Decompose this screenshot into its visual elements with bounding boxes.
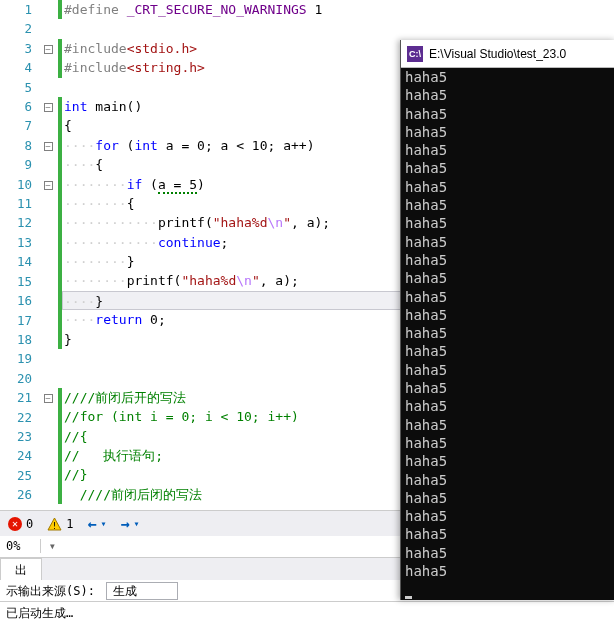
warning-count[interactable]: ! 1: [47, 517, 73, 531]
nav-next-button[interactable]: →▾: [121, 515, 140, 533]
console-window: C:\ E:\Visual Studio\test_23.0 haha5 hah…: [400, 40, 614, 600]
line-number: 12: [0, 213, 32, 232]
warning-icon: !: [47, 517, 62, 531]
line-number: 23: [0, 427, 32, 446]
nav-prev-button[interactable]: ←▾: [87, 515, 106, 533]
line-number: 10: [0, 175, 32, 194]
line-number: 7: [0, 116, 32, 135]
chevron-down-icon: ▾: [41, 539, 55, 553]
line-number: 18: [0, 330, 32, 349]
fold-column: −−−−−: [38, 0, 58, 510]
line-number: 2: [0, 19, 32, 38]
svg-text:!: !: [52, 521, 57, 531]
line-number: 9: [0, 155, 32, 174]
line-number: 26: [0, 485, 32, 504]
console-title-text: E:\Visual Studio\test_23.0: [429, 47, 566, 61]
build-status-text: 已启动生成…: [6, 606, 73, 620]
build-status: 已启动生成…: [0, 602, 614, 624]
line-number: 4: [0, 58, 32, 77]
line-number: 15: [0, 272, 32, 291]
output-source-select[interactable]: 生成: [106, 582, 178, 600]
line-number: 11: [0, 194, 32, 213]
error-count[interactable]: ✕ 0: [8, 517, 33, 531]
line-number: 19: [0, 349, 32, 368]
fold-toggle[interactable]: −: [44, 103, 53, 112]
fold-toggle[interactable]: −: [44, 45, 53, 54]
line-number: 3: [0, 39, 32, 58]
error-icon: ✕: [8, 517, 22, 531]
line-number: 6: [0, 97, 32, 116]
line-number: 20: [0, 369, 32, 388]
code-line[interactable]: [64, 19, 614, 38]
line-number: 16: [0, 291, 32, 310]
console-output[interactable]: haha5 haha5 haha5 haha5 haha5 haha5 haha…: [401, 68, 614, 599]
line-number: 14: [0, 252, 32, 271]
error-count-value: 0: [26, 517, 33, 531]
console-app-icon: C:\: [407, 46, 423, 62]
line-number: 5: [0, 78, 32, 97]
tab-output[interactable]: 出: [0, 558, 42, 582]
line-number: 1: [0, 0, 32, 19]
line-number: 25: [0, 466, 32, 485]
console-cursor: [405, 596, 412, 599]
fold-toggle[interactable]: −: [44, 394, 53, 403]
warning-count-value: 1: [66, 517, 73, 531]
fold-toggle[interactable]: −: [44, 181, 53, 190]
line-number: 22: [0, 408, 32, 427]
console-titlebar[interactable]: C:\ E:\Visual Studio\test_23.0: [401, 40, 614, 68]
line-number: 21: [0, 388, 32, 407]
code-line[interactable]: #define _CRT_SECURE_NO_WARNINGS 1: [64, 0, 614, 19]
line-number: 17: [0, 311, 32, 330]
zoom-dropdown[interactable]: 0%: [6, 539, 41, 553]
line-number: 8: [0, 136, 32, 155]
output-source-label: 示输出来源(S):: [6, 584, 95, 598]
fold-toggle[interactable]: −: [44, 142, 53, 151]
line-number: 13: [0, 233, 32, 252]
line-number: 24: [0, 446, 32, 465]
line-number-gutter: 1234567891011121314151617181920212223242…: [0, 0, 38, 510]
